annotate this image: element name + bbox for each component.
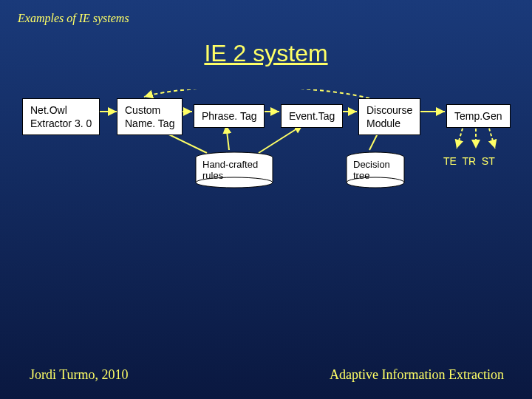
footer-topic: Adaptive Information Extraction [330,367,504,383]
pipeline-diagram: Net.Owl Extractor 3. 0 Custom Name. Tag … [0,89,532,252]
box-event-text: Event.Tag [289,110,335,122]
db-decision-label: Decision tree [353,159,390,181]
box-event: Event.Tag [281,104,343,128]
slide-title: IE 2 system [0,40,532,67]
box-tempgen-text: Temp.Gen [454,110,502,122]
box-custom: Custom Name. Tag [117,98,183,135]
box-phrase-text: Phrase. Tag [202,110,256,122]
box-discourse-text: Discourse Module [366,104,412,129]
footer-author: Jordi Turmo, 2010 [30,367,129,383]
box-netowl-line1: Net.Owl Extractor 3. 0 [30,104,92,129]
slide-header: Examples of IE systems [0,0,532,25]
db-handcrafted: Hand-crafted rules [194,151,275,191]
svg-line-7 [259,125,303,153]
box-tempgen: Temp.Gen [446,104,511,128]
box-netowl: Net.Owl Extractor 3. 0 [22,98,100,135]
box-phrase: Phrase. Tag [194,104,265,128]
db-decision: Decision tree [344,151,407,191]
outputs-label: TE TR ST [443,154,495,168]
db-handcrafted-label: Hand-crafted rules [202,159,258,181]
box-discourse: Discourse Module [358,98,420,135]
box-custom-text: Custom Name. Tag [125,104,174,129]
svg-line-6 [226,125,229,150]
